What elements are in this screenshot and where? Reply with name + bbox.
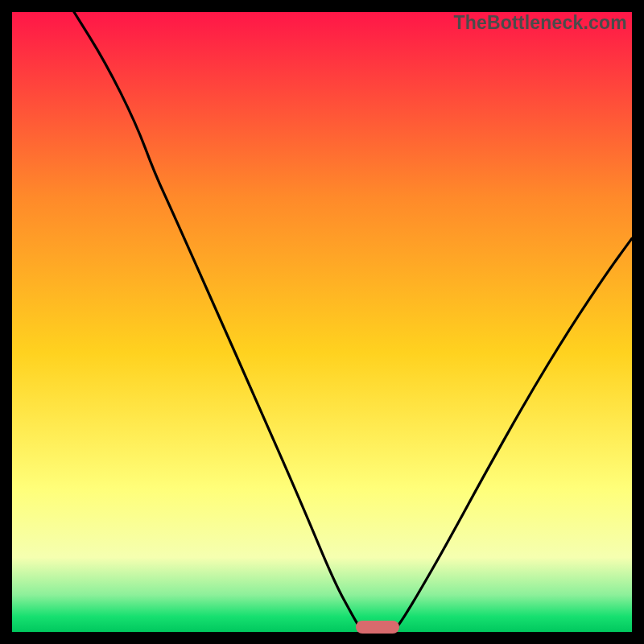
plot-area: TheBottleneck.com (12, 12, 632, 632)
chart-frame: TheBottleneck.com (0, 0, 644, 644)
watermark-text: TheBottleneck.com (453, 12, 627, 34)
background-gradient (12, 12, 632, 632)
svg-rect-0 (12, 12, 632, 632)
optimal-marker (356, 621, 399, 634)
